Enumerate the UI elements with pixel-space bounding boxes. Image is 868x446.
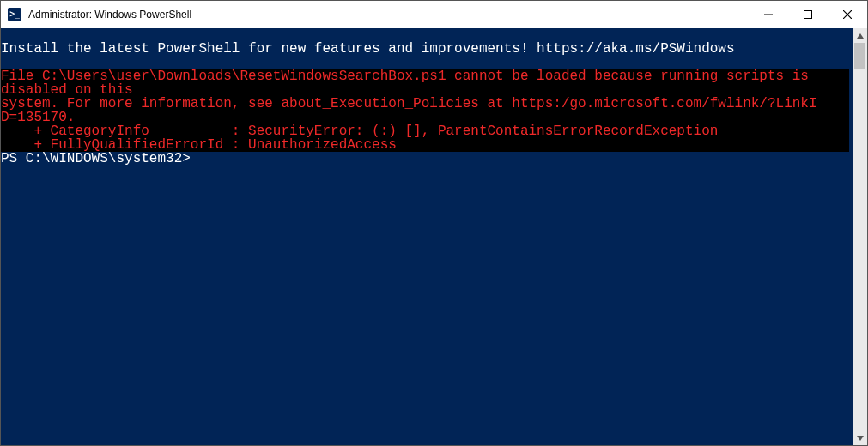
svg-rect-1 [804,11,812,19]
maximize-icon [804,10,812,19]
chevron-down-icon [857,435,864,442]
window-title: Administrator: Windows PowerShell [28,9,191,21]
prompt-line[interactable]: PS C:\WINDOWS\system32> [1,152,853,166]
powershell-window: >_ Administrator: Windows PowerShell [0,0,868,446]
titlebar-left: >_ Administrator: Windows PowerShell [8,8,191,21]
scroll-down-button[interactable] [853,431,867,445]
blank-line [1,56,853,69]
error-line: + FullyQualifiedErrorId : UnauthorizedAc… [1,138,849,152]
error-line: File C:\Users\user\Downloads\ResetWindow… [1,69,849,83]
close-button[interactable] [828,1,867,28]
error-line: D=135170. [1,111,849,124]
window-controls [749,1,867,28]
chevron-up-icon [857,33,864,39]
prompt-text: PS C:\WINDOWS\system32> [1,151,191,166]
svg-rect-0 [764,15,773,15]
scrollbar-thumb[interactable] [854,43,865,69]
close-icon [843,10,852,19]
error-line: disabled on this [1,83,849,97]
minimize-icon [764,10,773,19]
titlebar[interactable]: >_ Administrator: Windows PowerShell [1,1,867,28]
error-block: File C:\Users\user\Downloads\ResetWindow… [1,69,849,152]
svg-marker-5 [857,436,864,441]
error-line: + CategoryInfo : SecurityError: (:) [], … [1,124,849,138]
powershell-icon: >_ [8,8,21,21]
svg-marker-4 [857,33,864,39]
maximize-button[interactable] [788,1,828,28]
scroll-up-button[interactable] [853,28,867,43]
command-input[interactable] [191,151,199,166]
info-line: Install the latest PowerShell for new fe… [1,42,853,56]
blank-line [1,28,853,42]
terminal-wrap: Install the latest PowerShell for new fe… [1,28,867,445]
scrollbar-track[interactable] [853,43,867,431]
vertical-scrollbar[interactable] [853,28,867,445]
minimize-button[interactable] [749,1,788,28]
error-line: system. For more information, see about_… [1,97,849,111]
terminal[interactable]: Install the latest PowerShell for new fe… [1,28,853,445]
